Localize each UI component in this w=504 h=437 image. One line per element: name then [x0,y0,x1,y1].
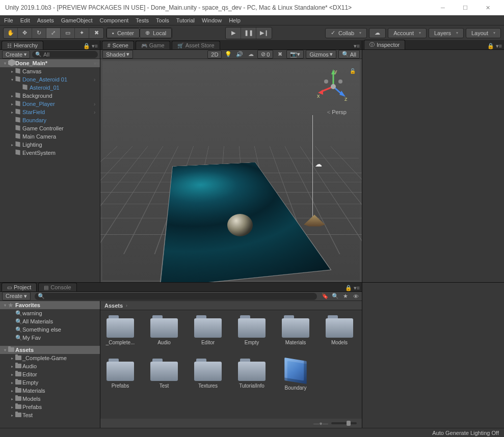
tab-scene[interactable]: #Scene [102,41,134,49]
tab-console[interactable]: ▤Console [38,283,76,291]
asset-item[interactable]: TutorialInfo [237,359,267,391]
scene-panel-menu[interactable]: ▾≡ [352,43,362,49]
transform-tool[interactable]: ✦ [75,28,89,38]
favorite-item[interactable]: 🔍warning [0,309,100,317]
tab-inspector[interactable]: ⓘInspector [364,40,405,49]
expand-arrow-icon[interactable]: ▸ [9,143,15,147]
breadcrumb-root[interactable]: Assets [104,303,123,309]
lighting-toggle-icon[interactable]: 💡 [224,50,233,59]
assets-header[interactable]: ▾ Assets [0,346,100,354]
hierarchy-item[interactable]: ▸Done_Player› [0,100,100,108]
menu-tutorial[interactable]: Tutorial [176,17,195,23]
expand-arrow-icon[interactable]: ▸ [9,94,15,98]
favorite-item[interactable]: 🔍My Fav [0,334,100,342]
scene-search[interactable]: 🔍All [338,50,360,59]
expand-arrow-icon[interactable]: ▸ [9,102,15,106]
asset-item[interactable]: _Complete... [105,315,135,345]
prefab-options-icon[interactable]: › [94,77,100,83]
cloud-button[interactable]: ☁ [369,28,386,38]
hidden-packages-icon[interactable]: 👁 [352,292,360,301]
asset-item[interactable]: Empty [237,315,267,345]
hierarchy-item[interactable]: Asteroid_01 [0,84,100,92]
asset-tree-item[interactable]: ▸Prefabs [0,403,100,411]
expand-arrow-icon[interactable]: ▸ [9,69,15,74]
hierarchy-item[interactable]: ▸Lighting [0,141,100,149]
collab-dropdown[interactable]: ✓ Collab [325,28,367,38]
asset-tree-item[interactable]: ▸Models [0,395,100,403]
favorite-item[interactable]: 🔍Something else [0,325,100,334]
asset-tree-item[interactable]: ▸Audio [0,362,100,370]
tab-asset-store[interactable]: 🛒Asset Store [172,41,220,49]
tab-hierarchy[interactable]: ☷Hierarchy [2,41,43,49]
tab-game[interactable]: 🎮Game [136,41,170,49]
scale-tool[interactable]: ⤢ [46,28,61,38]
asset-item[interactable]: Test [149,359,179,391]
asset-tree-item[interactable]: ▸Materials [0,387,100,395]
prefab-options-icon[interactable]: › [94,101,100,107]
grid-size-slider[interactable] [331,422,357,424]
rect-tool[interactable]: ▭ [61,28,75,38]
menu-file[interactable]: File [4,17,13,23]
hierarchy-item[interactable]: ▸StarField› [0,108,100,116]
expand-arrow-icon[interactable]: ▾ [2,61,8,66]
maximize-button[interactable]: ☐ [454,0,476,15]
menu-tests[interactable]: Tests [136,17,149,23]
scene-view[interactable]: ☁ ❄ 🔓 y x z [102,61,360,280]
hierarchy-item[interactable]: EventSystem [0,149,100,157]
close-button[interactable]: ✕ [476,0,499,15]
project-search[interactable]: 🔍 [35,293,317,300]
minimize-button[interactable]: ─ [432,0,454,15]
camera-dropdown[interactable]: 📷▾ [286,50,304,59]
scene-options-icon[interactable]: ▾≡ [94,61,100,66]
asset-tree-item[interactable]: ▸Editor [0,370,100,378]
hierarchy-item[interactable]: ▸Canvas [0,67,100,75]
favorites-header[interactable]: ▾★ Favorites [0,301,100,309]
hidden-toggle-icon[interactable]: ✖ [275,50,284,59]
expand-arrow-icon[interactable]: ▸ [9,110,15,115]
favorite-item[interactable]: 🔍All Materials [0,317,100,325]
pause-button[interactable]: ❚❚ [241,28,256,39]
expand-arrow-icon[interactable]: ▾ [9,77,15,82]
menu-gameobject[interactable]: GameObject [61,17,93,23]
pivot-local-button[interactable]: ⊕ Local [140,28,172,38]
fx-toggle-icon[interactable]: ☁ [246,50,255,59]
pivot-center-button[interactable]: ▪ Center [107,28,140,38]
project-create-button[interactable]: Create ▾ [2,292,31,301]
asset-item[interactable]: Editor [193,315,223,345]
hierarchy-create-button[interactable]: Create ▾ [2,50,30,59]
filter-label-icon[interactable]: 🔍 [331,292,339,301]
2d-toggle[interactable]: 2D [207,50,222,59]
hierarchy-item[interactable]: Boundary [0,116,100,124]
transparency-toggle[interactable]: ⊘0 [257,50,273,59]
hierarchy-item[interactable]: Game Controller [0,124,100,132]
scene-viewport[interactable]: ☁ ❄ 🔓 y x z [100,59,362,282]
hierarchy-search[interactable]: 🔍All [32,51,98,58]
asset-item[interactable]: Boundary [281,359,310,391]
play-button[interactable]: ▶ [226,28,241,39]
rotate-tool[interactable]: ↻ [32,28,46,38]
hierarchy-panel-menu[interactable]: 🔒 ▾≡ [81,43,100,49]
account-dropdown[interactable]: Account [388,28,427,38]
asset-tree-item[interactable]: ▸Empty [0,378,100,387]
asset-tree-item[interactable]: ▸_Complete-Game [0,354,100,362]
hand-tool[interactable]: ✋ [4,28,18,38]
status-text[interactable]: Auto Generate Lighting Off [432,430,499,436]
move-tool[interactable]: ✥ [18,28,32,38]
menu-component[interactable]: Component [99,17,128,23]
gizmos-dropdown[interactable]: Gizmos ▾ [306,50,336,59]
orientation-gizmo[interactable]: y x z [316,69,351,104]
hierarchy-item[interactable]: ▸Background [0,92,100,100]
hierarchy-item[interactable]: ▾Done_Asteroid 01› [0,75,100,84]
asset-item[interactable]: Models [325,315,354,345]
menu-edit[interactable]: Edit [20,17,30,23]
tab-project[interactable]: ▭Project [2,283,37,291]
custom-tool[interactable]: ✖ [89,28,103,38]
shading-dropdown[interactable]: Shaded ▾ [102,50,133,59]
asset-item[interactable]: Prefabs [105,359,135,391]
layout-dropdown[interactable]: Layout [466,28,501,38]
projection-label[interactable]: Persp [327,109,347,115]
menu-help[interactable]: Help [229,17,241,23]
menu-tools[interactable]: Tools [156,17,169,23]
project-panel-menu[interactable]: 🔒 ▾≡ [343,285,362,291]
filter-type-icon[interactable]: 🔖 [321,292,329,301]
